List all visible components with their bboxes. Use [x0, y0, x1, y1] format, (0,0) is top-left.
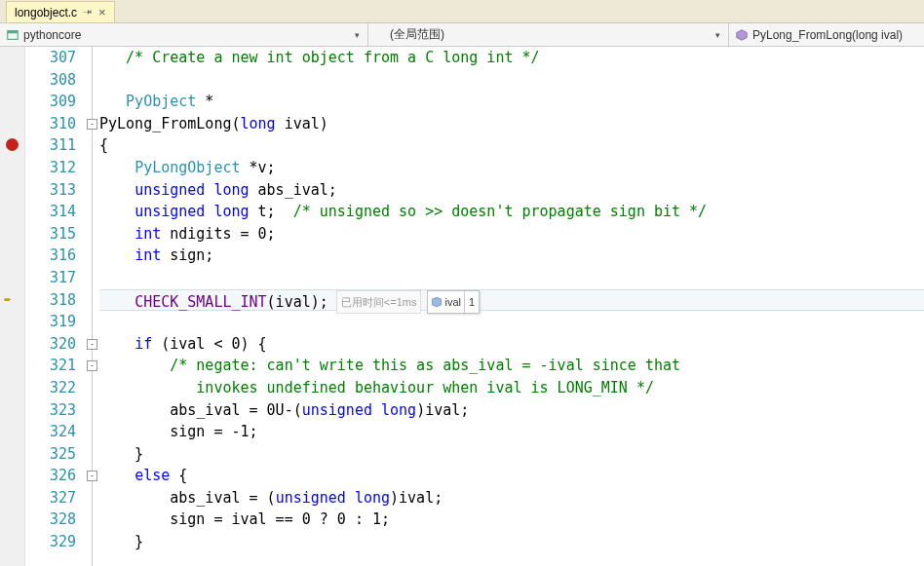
variable-icon	[432, 297, 442, 307]
code-line[interactable]: {	[99, 134, 924, 157]
code-line[interactable]: else {	[99, 465, 924, 487]
code-editor[interactable]: ➨ 30730830931031131231331431531631731831…	[0, 47, 924, 566]
code-line[interactable]: PyObject *	[99, 91, 924, 113]
svg-rect-1	[8, 30, 19, 33]
file-tab[interactable]: longobject.c 📌︎ ×	[6, 1, 115, 22]
line-number: 311	[25, 134, 76, 157]
code-line[interactable]: sign = -1;	[99, 421, 924, 443]
fold-toggle[interactable]: -	[87, 360, 97, 371]
line-number: 329	[25, 531, 76, 553]
method-icon	[735, 28, 749, 42]
nav-scope-text: (全局范围)	[374, 26, 444, 43]
code-line[interactable]: }	[99, 531, 924, 553]
line-number: 326	[25, 465, 76, 487]
line-number: 307	[25, 47, 76, 69]
code-line[interactable]: CHECK_SMALL_INT(ival);已用时间<=1msival1	[99, 289, 924, 312]
code-line[interactable]: /* negate: can't write this as abs_ival …	[99, 355, 924, 377]
chevron-down-icon: ▾	[353, 30, 362, 40]
fold-toggle[interactable]: -	[87, 339, 97, 350]
line-number: 313	[25, 179, 76, 202]
line-number: 317	[25, 267, 76, 289]
line-number: 309	[25, 91, 76, 113]
line-number-gutter: 3073083093103113123133143153163173183193…	[25, 47, 86, 566]
line-number: 325	[25, 443, 76, 466]
tab-bar: longobject.c 📌︎ ×	[0, 0, 924, 23]
current-line-arrow: ➨	[4, 293, 12, 306]
code-line[interactable]: sign = ival == 0 ? 0 : 1;	[99, 509, 924, 531]
chevron-down-icon: ▾	[713, 30, 722, 40]
line-number: 322	[25, 377, 76, 399]
fold-toggle[interactable]: -	[87, 119, 97, 130]
nav-function-text: PyLong_FromLong(long ival)	[752, 28, 903, 42]
nav-scope-dropdown[interactable]: (全局范围) ▾	[368, 23, 729, 46]
line-number: 310	[25, 113, 76, 135]
fold-toggle[interactable]: -	[87, 471, 97, 481]
nav-project-dropdown[interactable]: pythoncore ▾	[0, 23, 368, 46]
line-number: 314	[25, 201, 76, 223]
code-line[interactable]: int ndigits = 0;	[99, 223, 924, 245]
close-icon[interactable]: ×	[98, 6, 106, 19]
line-number: 328	[25, 509, 76, 531]
line-number: 321	[25, 355, 76, 377]
code-line[interactable]	[99, 267, 924, 289]
code-line[interactable]: PyLong_FromLong(long ival)	[99, 113, 924, 135]
line-number: 318	[25, 289, 76, 312]
line-number: 312	[25, 157, 76, 179]
code-line[interactable]	[99, 69, 924, 92]
project-icon	[6, 28, 19, 42]
line-number: 319	[25, 311, 76, 333]
fold-gutter[interactable]: ----	[86, 47, 99, 566]
code-line[interactable]: int sign;	[99, 245, 924, 267]
line-number: 308	[25, 69, 76, 92]
code-line[interactable]: PyLongObject *v;	[99, 157, 924, 179]
code-area[interactable]: /* Create a new int object from a C long…	[99, 47, 924, 566]
nav-project-text: pythoncore	[23, 28, 81, 42]
nav-function-dropdown[interactable]: PyLong_FromLong(long ival)	[729, 23, 924, 46]
line-number: 320	[25, 333, 76, 356]
variable-tip[interactable]: ival1	[427, 290, 480, 315]
line-number: 323	[25, 399, 76, 422]
breakpoint-marker[interactable]	[6, 138, 19, 151]
code-line[interactable]: unsigned long abs_ival;	[99, 179, 924, 202]
line-number: 327	[25, 487, 76, 509]
code-line[interactable]: invokes undefined behaviour when ival is…	[99, 377, 924, 399]
code-line[interactable]: unsigned long t; /* unsigned so >> doesn…	[99, 201, 924, 223]
line-number: 324	[25, 421, 76, 443]
pin-icon[interactable]: 📌︎	[81, 5, 96, 19]
code-line[interactable]: /* Create a new int object from a C long…	[99, 47, 924, 69]
line-number: 315	[25, 223, 76, 245]
breakpoint-gutter[interactable]: ➨	[0, 47, 25, 566]
line-number: 316	[25, 245, 76, 267]
code-line[interactable]: abs_ival = 0U-(unsigned long)ival;	[99, 399, 924, 422]
code-line[interactable]: abs_ival = (unsigned long)ival;	[99, 487, 924, 509]
code-line[interactable]	[99, 311, 924, 333]
inline-debug-tip[interactable]: 已用时间<=1msival1	[336, 290, 480, 315]
navigation-bar: pythoncore ▾ (全局范围) ▾ PyLong_FromLong(lo…	[0, 23, 924, 47]
perf-tip: 已用时间<=1ms	[336, 290, 422, 315]
code-line[interactable]: if (ival < 0) {	[99, 333, 924, 356]
code-line[interactable]: }	[99, 443, 924, 466]
tab-filename: longobject.c	[15, 6, 77, 19]
